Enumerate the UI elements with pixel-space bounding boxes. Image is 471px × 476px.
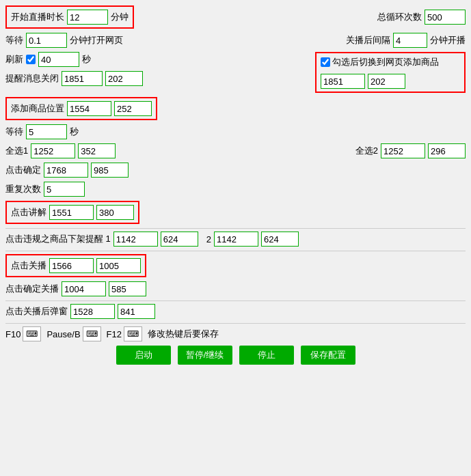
f10-label: F10 <box>5 329 21 339</box>
refresh-checkbox[interactable] <box>26 55 36 64</box>
switch-page-checkbox-row: 勾选后切换到网页添加商品 <box>321 56 439 68</box>
click-violation-x1[interactable] <box>113 232 158 247</box>
add-product-y[interactable] <box>114 101 152 116</box>
f10-icon[interactable]: ⌨ <box>23 326 41 341</box>
row-repeat-count: 重复次数 <box>5 182 466 197</box>
click-close-live-y[interactable] <box>96 258 141 273</box>
click-confirm-close-label: 点击确定关播 <box>5 283 59 295</box>
close-interval-label: 关播后间隔 <box>346 34 390 46</box>
total-loops-input[interactable] <box>425 10 466 25</box>
row-select-all: 全选1 全选2 <box>5 143 466 158</box>
wait2-label: 等待 <box>5 126 23 138</box>
click-violation-label: 点击违规之商品下架提醒 1 <box>5 233 111 245</box>
click-violation-x2[interactable] <box>214 232 258 247</box>
row-duration: 开始直播时长 分钟 总循环次数 <box>5 5 466 29</box>
click-confirm-label: 点击确定 <box>5 164 41 176</box>
switch-page-x[interactable] <box>321 74 365 89</box>
save-button[interactable]: 保存配置 <box>301 346 355 365</box>
stop-button[interactable]: 停止 <box>239 346 294 365</box>
pause-label: Pause/B <box>46 329 80 339</box>
switch-page-checkbox[interactable] <box>321 57 330 67</box>
start-duration-box: 开始直播时长 分钟 <box>5 5 134 29</box>
notice-close-label: 提醒消息关闭 <box>5 72 59 85</box>
select-all1-y[interactable] <box>78 143 116 158</box>
switch-page-box: 勾选后切换到网页添加商品 <box>315 52 466 93</box>
add-product-x[interactable] <box>67 101 111 116</box>
refresh-suffix: 秒 <box>82 53 91 66</box>
row-add-product: 添加商品位置 <box>5 97 466 120</box>
hotkeys-row: F10 ⌨ Pause/B ⌨ F12 ⌨ 修改热键后要保存 <box>5 326 466 341</box>
hotkey-f12: F12 ⌨ <box>107 326 142 341</box>
switch-page-y[interactable] <box>368 74 405 89</box>
divider1 <box>5 228 466 229</box>
wait1-suffix: 分钟打开网页 <box>70 34 123 46</box>
click-confirm-close-y[interactable] <box>109 281 146 296</box>
minutes-label: 分钟 <box>111 11 129 23</box>
click-confirm-x[interactable] <box>44 163 88 178</box>
click-explain-x[interactable] <box>49 205 94 220</box>
pause-icon[interactable]: ⌨ <box>83 326 101 341</box>
row-wait2: 等待 秒 <box>5 124 466 139</box>
row-click-explain: 点击讲解 <box>5 201 466 224</box>
f12-icon[interactable]: ⌨ <box>124 326 142 341</box>
click-violation-y2[interactable] <box>261 232 299 247</box>
click-violation-y1[interactable] <box>161 232 198 247</box>
refresh-label: 刷新 <box>5 53 23 66</box>
wait1-input[interactable] <box>26 33 67 48</box>
row-wait1: 等待 分钟打开网页 关播后间隔 分钟开播 <box>5 33 466 48</box>
click-confirm-y[interactable] <box>91 163 129 178</box>
click-explain-y[interactable] <box>96 205 134 220</box>
pause-button[interactable]: 暂停/继续 <box>178 346 232 365</box>
start-button[interactable]: 启动 <box>116 346 171 365</box>
click-close-dialog-y[interactable] <box>118 304 155 319</box>
click-explain-label: 点击讲解 <box>11 206 46 219</box>
select-all2-x[interactable] <box>381 143 425 158</box>
click-explain-box: 点击讲解 <box>5 201 139 224</box>
switch-page-label: 勾选后切换到网页添加商品 <box>332 56 439 68</box>
select-all2-y[interactable] <box>428 143 466 158</box>
main-container: 开始直播时长 分钟 总循环次数 等待 分钟打开网页 关播后间隔 分钟开播 刷新 … <box>5 5 466 365</box>
start-duration-label: 开始直播时长 <box>11 11 64 23</box>
repeat-count-input[interactable] <box>44 182 85 197</box>
select-all2-label: 全选2 <box>355 145 378 157</box>
divider3 <box>5 300 466 301</box>
row-click-confirm-close: 点击确定关播 <box>5 281 466 296</box>
row-click-close-live: 点击关播 <box>5 254 466 277</box>
row-click-confirm: 点击确定 <box>5 163 466 178</box>
buttons-row: 启动 暂停/继续 停止 保存配置 <box>5 346 466 365</box>
click-close-live-label: 点击关播 <box>11 260 46 272</box>
row-notice-close: 提醒消息关闭 <box>5 71 307 86</box>
click-close-live-box: 点击关播 <box>5 254 146 277</box>
f12-label: F12 <box>107 329 122 339</box>
wait2-suffix: 秒 <box>70 126 79 138</box>
row-click-close-dialog: 点击关播后弹窗 <box>5 304 466 319</box>
hotkey-pause: Pause/B ⌨ <box>46 326 100 341</box>
switch-page-coords <box>321 74 405 89</box>
click-close-dialog-label: 点击关播后弹窗 <box>5 305 68 318</box>
click-close-dialog-x[interactable] <box>70 304 115 319</box>
wait1-label: 等待 <box>5 34 23 46</box>
repeat-count-label: 重复次数 <box>5 183 41 195</box>
close-interval-suffix: 分钟开播 <box>430 34 466 46</box>
add-product-label: 添加商品位置 <box>11 102 64 115</box>
hotkey-f10: F10 ⌨ <box>5 326 41 341</box>
total-loops-label: 总循环次数 <box>377 11 422 23</box>
divider4 <box>5 323 466 324</box>
row-click-violation: 点击违规之商品下架提醒 1 2 <box>5 232 466 247</box>
notice-close-x[interactable] <box>62 71 103 86</box>
click-confirm-close-x[interactable] <box>62 281 106 296</box>
wait2-input[interactable] <box>26 124 67 139</box>
modify-hint: 修改热键后要保存 <box>148 328 219 340</box>
notice-close-y[interactable] <box>105 71 143 86</box>
add-product-box: 添加商品位置 <box>5 97 157 120</box>
select-all1-x[interactable] <box>31 143 75 158</box>
click-close-live-x[interactable] <box>49 258 94 273</box>
start-duration-input[interactable] <box>67 10 108 25</box>
click-violation-label2: 2 <box>206 234 211 244</box>
refresh-value[interactable] <box>38 52 79 67</box>
row-refresh: 刷新 秒 <box>5 52 307 67</box>
divider2 <box>5 251 466 251</box>
select-all1-label: 全选1 <box>5 145 28 157</box>
close-interval-input[interactable] <box>393 33 427 48</box>
